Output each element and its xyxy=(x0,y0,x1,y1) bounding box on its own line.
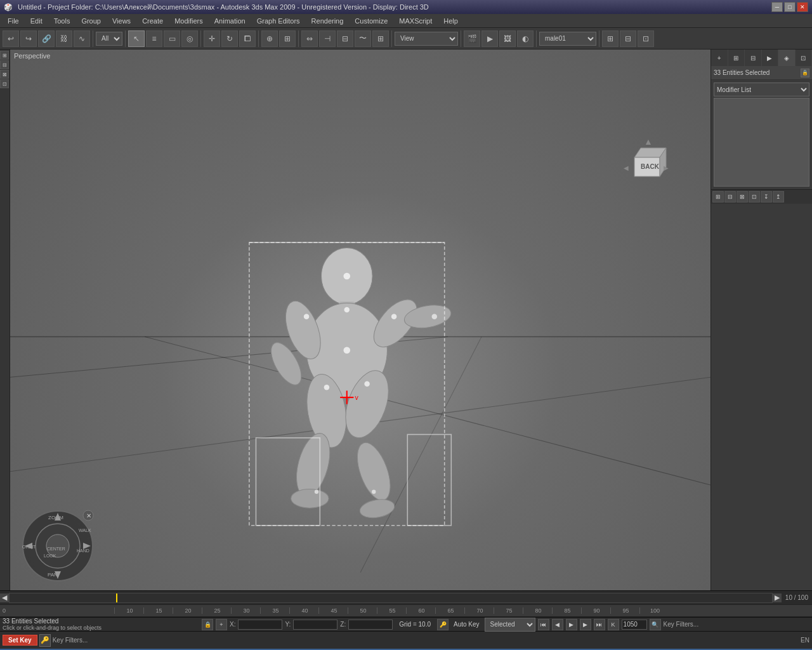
quick-align-button[interactable]: ⊟ xyxy=(620,30,636,47)
svg-text:v: v xyxy=(355,394,359,401)
next-frame-button[interactable]: ▶ xyxy=(580,619,591,630)
menu-group[interactable]: Group xyxy=(76,16,106,26)
navigation-ring[interactable]: ZOOM ORBIT WALK HAND PAN CENTER LOOK ✕ xyxy=(20,508,96,584)
timeline-track[interactable] xyxy=(9,593,773,603)
render-frame-button[interactable]: 🖼 xyxy=(499,30,516,47)
menu-modifiers[interactable]: Modifiers xyxy=(169,16,208,26)
prev-frame-button[interactable]: ◀ xyxy=(552,619,563,630)
window-controls[interactable]: ─ □ ✕ xyxy=(771,2,808,12)
menu-edit[interactable]: Edit xyxy=(25,16,48,26)
center-button[interactable]: ⊞ xyxy=(279,30,296,47)
scale-button[interactable]: ⧠ xyxy=(239,30,256,47)
key-icon[interactable]: 🔑 xyxy=(437,619,449,630)
modifier-list-area xyxy=(714,98,809,187)
align-button[interactable]: ⊣ xyxy=(319,30,336,47)
filter-dropdown[interactable]: All xyxy=(96,32,122,46)
menu-graph-editors[interactable]: Graph Editors xyxy=(252,16,305,26)
menu-create[interactable]: Create xyxy=(137,16,168,26)
navigation-cube[interactable]: BACK ▲ ◀ ▶ xyxy=(622,138,672,189)
close-button[interactable]: ✕ xyxy=(797,2,808,12)
panel-tab-hierarchy[interactable]: ⊟ xyxy=(745,50,762,66)
curve-editor-button[interactable]: 〜 xyxy=(355,30,371,47)
coordinate-icon[interactable]: + xyxy=(216,619,227,630)
active-shade-button[interactable]: ◐ xyxy=(517,30,534,47)
rotate-button[interactable]: ↻ xyxy=(221,30,238,47)
scene[interactable]: v BACK ▲ ◀ ▶ xyxy=(10,50,710,590)
svg-point-27 xyxy=(372,490,376,494)
timeline-scroll-right[interactable]: ▶ xyxy=(773,594,782,602)
lock-button[interactable]: 🔒 xyxy=(202,619,213,630)
select-link-button[interactable]: 🔗 xyxy=(38,30,55,47)
select-object-button[interactable]: ↖ xyxy=(128,30,145,47)
reference-coord-button[interactable]: ⊕ xyxy=(261,30,278,47)
entities-lock-button[interactable]: 🔒 xyxy=(801,69,809,77)
menu-tools[interactable]: Tools xyxy=(49,16,75,26)
character-model: v xyxy=(10,50,710,590)
z-field[interactable] xyxy=(348,620,393,630)
toggle-ribbon-button[interactable]: ⊡ xyxy=(638,30,654,47)
menu-rendering[interactable]: Rendering xyxy=(306,16,349,26)
key-mode-button[interactable]: K xyxy=(608,619,619,630)
panel-icon-6[interactable]: ↥ xyxy=(773,191,784,202)
svg-point-24 xyxy=(324,385,329,390)
lt-btn-1[interactable]: ⊞ xyxy=(0,51,9,60)
ruler-mark-30: 30 xyxy=(231,607,260,614)
redo-button[interactable]: ↪ xyxy=(20,30,37,47)
lt-btn-4[interactable]: ⊡ xyxy=(0,79,9,88)
viewport[interactable]: Perspective xyxy=(10,50,710,590)
svg-text:CENTER: CENTER xyxy=(47,547,65,551)
panel-icon-1[interactable]: ⊞ xyxy=(712,191,724,202)
layer-manager-button[interactable]: ⊟ xyxy=(337,30,353,47)
panel-tab-utilities[interactable]: ⊡ xyxy=(796,50,813,66)
panel-icon-4[interactable]: ⊡ xyxy=(749,191,760,202)
next-key-button[interactable]: ⏭ xyxy=(594,619,605,630)
render-setup-button[interactable]: 🎬 xyxy=(464,30,480,47)
set-key-button[interactable]: Set Key xyxy=(3,635,37,646)
panel-tab-display[interactable]: ◈ xyxy=(778,50,796,66)
prev-key-button[interactable]: ⏮ xyxy=(538,619,549,630)
schematic-view-button[interactable]: ⊞ xyxy=(372,30,389,47)
render-button[interactable]: ▶ xyxy=(481,30,498,47)
lt-btn-3[interactable]: ⊠ xyxy=(0,70,9,79)
lt-btn-2[interactable]: ⊟ xyxy=(0,60,9,69)
toolbar-separator-4 xyxy=(258,30,259,47)
bind-space-warp-button[interactable]: ∿ xyxy=(74,30,90,47)
panel-icon-2[interactable]: ⊟ xyxy=(724,191,736,202)
frame-input[interactable]: 1050 xyxy=(622,620,647,630)
panel-icon-5[interactable]: ↧ xyxy=(761,191,772,202)
mirror-button[interactable]: ⇔ xyxy=(301,30,318,47)
ruler-mark-90: 90 xyxy=(581,607,610,614)
magnify-button[interactable]: 🔍 xyxy=(650,619,661,630)
select-by-name-button[interactable]: ≡ xyxy=(146,30,162,47)
menu-views[interactable]: Views xyxy=(107,16,136,26)
circular-selection-button[interactable]: ◎ xyxy=(181,30,198,47)
play-button[interactable]: ▶ xyxy=(566,619,577,630)
maximize-button[interactable]: □ xyxy=(784,2,796,12)
selected-dropdown[interactable]: Selected xyxy=(485,618,535,632)
menu-file[interactable]: File xyxy=(3,16,24,26)
key-icon-btn[interactable]: 🔑 xyxy=(39,634,51,647)
ruler-mark-70: 70 xyxy=(464,607,494,614)
unlink-button[interactable]: ⛓ xyxy=(56,30,72,47)
manage-sets-button[interactable]: ⊞ xyxy=(602,30,619,47)
panel-tabs[interactable]: + ⊞ ⊟ ▶ ◈ ⊡ xyxy=(711,50,812,66)
menu-customize[interactable]: Customize xyxy=(350,16,393,26)
svg-point-20 xyxy=(343,347,350,354)
menu-maxscript[interactable]: MAXScript xyxy=(394,16,437,26)
minimize-button[interactable]: ─ xyxy=(771,2,783,12)
menu-help[interactable]: Help xyxy=(438,16,463,26)
move-button[interactable]: ✛ xyxy=(204,30,220,47)
panel-tab-create[interactable]: + xyxy=(711,50,728,66)
modifier-list-dropdown[interactable]: Modifier List xyxy=(714,83,809,96)
panel-tab-motion[interactable]: ▶ xyxy=(762,50,779,66)
y-field[interactable] xyxy=(293,620,337,630)
menu-animation[interactable]: Animation xyxy=(209,16,251,26)
rectangular-selection-button[interactable]: ▭ xyxy=(164,30,180,47)
panel-icon-3[interactable]: ⊠ xyxy=(737,191,748,202)
timeline-scroll-left[interactable]: ◀ xyxy=(0,594,9,602)
x-field[interactable] xyxy=(238,620,282,630)
named-selection-dropdown[interactable]: male01 xyxy=(539,32,596,46)
view-dropdown[interactable]: View xyxy=(395,32,458,46)
undo-button[interactable]: ↩ xyxy=(3,30,19,47)
panel-tab-modify[interactable]: ⊞ xyxy=(728,50,745,66)
